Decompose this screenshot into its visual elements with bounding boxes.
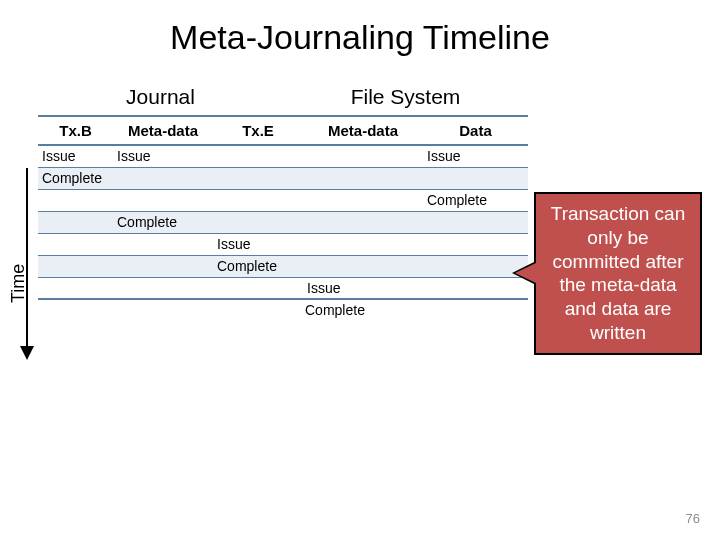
- col-txb: Tx.B: [38, 117, 113, 144]
- cell: [113, 168, 213, 189]
- cell: [213, 190, 303, 211]
- cell: [38, 212, 113, 233]
- cell: [213, 168, 303, 189]
- cell: Complete: [213, 256, 303, 277]
- cell: [423, 168, 528, 189]
- callout-box: Transaction can only be committed after …: [534, 192, 702, 355]
- page-number: 76: [686, 511, 700, 526]
- cell: [303, 146, 423, 167]
- col-metadata-journal: Meta-data: [113, 117, 213, 144]
- cell: [303, 190, 423, 211]
- col-data: Data: [423, 117, 528, 144]
- table-row: Issue: [38, 234, 528, 256]
- cell: Complete: [423, 190, 528, 211]
- col-txe: Tx.E: [213, 117, 303, 144]
- group-header-row: Journal File System: [38, 85, 528, 109]
- cell: [113, 278, 213, 298]
- cell: [303, 168, 423, 189]
- cell: Complete: [113, 212, 213, 233]
- cell: [303, 256, 423, 277]
- cell: [303, 212, 423, 233]
- cell: [113, 256, 213, 277]
- cell: Issue: [38, 146, 113, 167]
- column-header-row: Tx.B Meta-data Tx.E Meta-data Data: [38, 115, 528, 146]
- table-row: Issue: [38, 278, 528, 300]
- cell: [113, 190, 213, 211]
- table-row: Complete: [38, 256, 528, 278]
- cell: [213, 146, 303, 167]
- callout-arrow-inner: [515, 263, 536, 283]
- cell: [38, 190, 113, 211]
- cell: [38, 278, 113, 298]
- cell: [38, 256, 113, 277]
- slide-title: Meta-Journaling Timeline: [0, 18, 720, 57]
- axis-arrow-icon: [20, 346, 34, 360]
- axis-line: [26, 168, 28, 348]
- cell: Issue: [423, 146, 528, 167]
- extra-complete: Complete: [303, 300, 528, 318]
- table-row: Complete: [38, 168, 528, 190]
- cell: [213, 278, 303, 298]
- cell: Complete: [38, 168, 113, 189]
- cell: Issue: [113, 146, 213, 167]
- col-metadata-fs: Meta-data: [303, 117, 423, 144]
- group-journal: Journal: [38, 85, 283, 109]
- table-row: Complete: [38, 212, 528, 234]
- cell: [38, 234, 113, 255]
- cell: [423, 234, 528, 255]
- group-filesystem: File System: [283, 85, 528, 109]
- table-row: Issue Issue Issue: [38, 146, 528, 168]
- table-row: Complete: [38, 190, 528, 212]
- timeline-table: Journal File System Tx.B Meta-data Tx.E …: [38, 85, 528, 318]
- cell: Issue: [303, 278, 423, 298]
- time-axis: Time: [16, 168, 36, 373]
- cell: [303, 234, 423, 255]
- callout-text: Transaction can only be committed after …: [551, 203, 685, 343]
- cell: [113, 234, 213, 255]
- cell: Issue: [213, 234, 303, 255]
- cell: [423, 212, 528, 233]
- cell: [213, 212, 303, 233]
